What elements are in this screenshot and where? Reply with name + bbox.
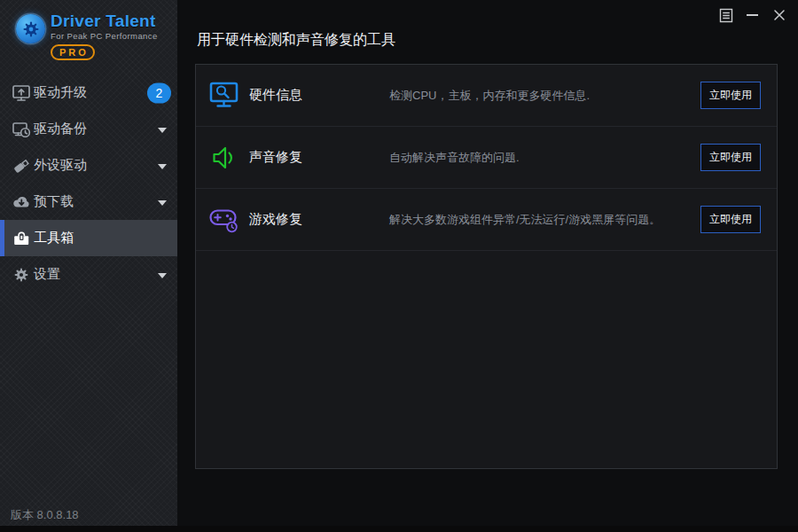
window-controls [718, 7, 786, 23]
brand-name: Driver Talent [51, 12, 158, 30]
chevron-down-icon [158, 164, 167, 169]
tool-name: 声音修复 [249, 149, 389, 166]
tool-description: 自动解决声音故障的问题. [389, 150, 700, 166]
use-now-button-game[interactable]: 立即使用 [700, 206, 761, 233]
sidebar-item-label: 外设驱动 [34, 157, 87, 174]
sidebar-item-driver-backup[interactable]: 驱动备份 [0, 111, 177, 147]
tool-description: 检测CPU，主板，内存和更多硬件信息. [389, 88, 700, 104]
chevron-down-icon [158, 128, 167, 133]
sidebar-item-label: 驱动备份 [34, 121, 87, 137]
tool-row-hardware-info: 硬件信息 检测CPU，主板，内存和更多硬件信息. 立即使用 [196, 65, 777, 127]
tool-name: 游戏修复 [249, 211, 389, 228]
sidebar-item-label: 驱动升级 [34, 84, 87, 101]
sidebar-item-label: 设置 [34, 266, 60, 283]
logo-gear-icon [16, 14, 45, 43]
chevron-down-icon [158, 200, 167, 206]
brand-tagline: For Peak PC Performance [51, 31, 158, 41]
use-now-button-hardware[interactable]: 立即使用 [700, 82, 761, 109]
sidebar-item-settings[interactable]: 设置 [0, 256, 177, 293]
sidebar-item-driver-upgrade[interactable]: 驱动升级 2 [0, 74, 177, 111]
tool-description: 解决大多数游戏组件异常/无法运行/游戏黑屏等问题。 [389, 212, 700, 228]
game-repair-icon [207, 202, 242, 238]
sidebar-item-toolbox[interactable]: 工具箱 [0, 220, 177, 256]
sidebar-item-label: 预下载 [34, 193, 74, 210]
update-count-badge: 2 [147, 82, 171, 103]
version-label: 版本 8.0.8.18 [11, 507, 79, 523]
tool-name: 硬件信息 [249, 87, 389, 104]
sound-repair-icon [207, 140, 242, 176]
monitor-backup-icon [12, 120, 31, 139]
close-icon[interactable] [771, 8, 786, 23]
app-logo: Driver Talent For Peak PC Performance PR… [16, 12, 158, 60]
page-title: 用于硬件检测和声音修复的工具 [197, 31, 395, 50]
toolbox-icon [12, 229, 31, 248]
tool-row-game-repair: 游戏修复 解决大多数游戏组件异常/无法运行/游戏黑屏等问题。 立即使用 [196, 189, 777, 251]
tool-row-sound-repair: 声音修复 自动解决声音故障的问题. 立即使用 [196, 127, 777, 189]
hardware-info-icon [207, 78, 242, 113]
window-bottom-edge [0, 526, 798, 532]
chevron-down-icon [158, 273, 167, 278]
usb-drive-icon [12, 156, 31, 176]
use-now-button-sound[interactable]: 立即使用 [700, 144, 761, 171]
sidebar-item-label: 工具箱 [34, 230, 74, 246]
menu-icon[interactable] [718, 8, 733, 23]
tools-card: 硬件信息 检测CPU，主板，内存和更多硬件信息. 立即使用 声音修复 自动解决声… [195, 64, 778, 469]
cloud-download-icon [12, 192, 31, 212]
pro-badge: PRO [51, 44, 95, 60]
sidebar-menu: 驱动升级 2 驱动备份 [0, 74, 177, 293]
gear-icon [12, 265, 31, 285]
monitor-upgrade-icon [12, 83, 31, 103]
minimize-icon[interactable] [745, 8, 760, 23]
sidebar-item-predownload[interactable]: 预下载 [0, 184, 177, 220]
sidebar: Driver Talent For Peak PC Performance PR… [0, 0, 177, 532]
app-window: Driver Talent For Peak PC Performance PR… [0, 0, 798, 532]
sidebar-item-peripheral-drivers[interactable]: 外设驱动 [0, 147, 177, 184]
main-panel: 用于硬件检测和声音修复的工具 硬件信息 检测CPU，主板，内存和更多硬件信息. … [177, 0, 798, 532]
